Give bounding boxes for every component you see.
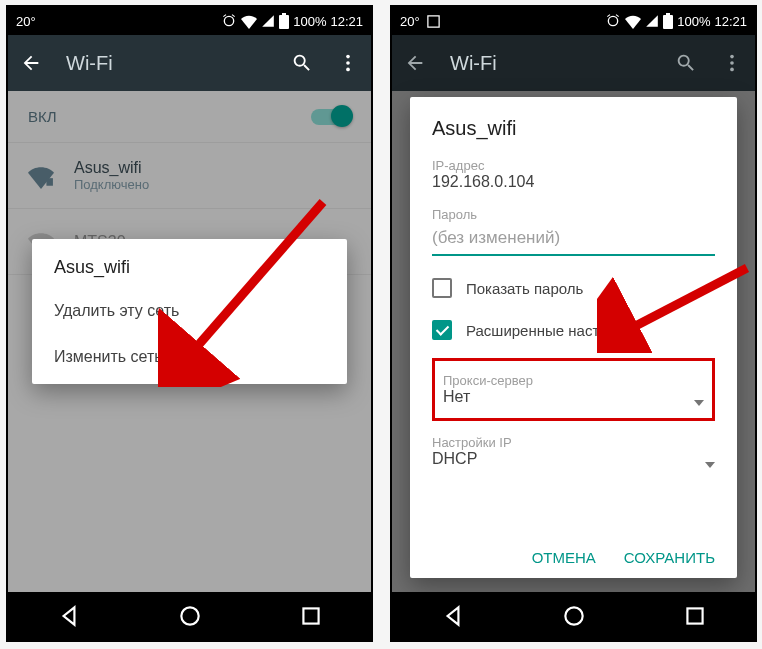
- proxy-highlight-box: Прокси-сервер Нет: [432, 358, 715, 421]
- password-input[interactable]: [432, 222, 715, 256]
- svg-point-13: [730, 61, 734, 65]
- svg-point-4: [346, 68, 350, 72]
- proxy-label: Прокси-сервер: [443, 373, 533, 388]
- nav-recent-icon[interactable]: [298, 603, 324, 629]
- show-password-row[interactable]: Показать пароль: [432, 278, 715, 298]
- svg-point-2: [346, 55, 350, 59]
- nav-recent-icon[interactable]: [682, 603, 708, 629]
- alarm-icon: [221, 13, 237, 29]
- nav-back-icon[interactable]: [440, 603, 466, 629]
- cancel-button[interactable]: ОТМЕНА: [532, 549, 596, 566]
- ip-settings-label: Настройки IP: [432, 435, 512, 450]
- screenshot-icon: [426, 14, 441, 29]
- svg-rect-16: [687, 608, 702, 623]
- svg-rect-11: [666, 13, 670, 15]
- chevron-down-icon: [694, 400, 704, 406]
- status-bar: 20° 100% 12:21: [8, 7, 371, 35]
- nav-bar: [8, 592, 371, 640]
- svg-point-12: [730, 55, 734, 59]
- nav-home-icon[interactable]: [177, 603, 203, 629]
- proxy-value: Нет: [443, 388, 533, 406]
- search-icon[interactable]: [675, 52, 697, 74]
- more-icon[interactable]: [721, 52, 743, 74]
- ip-address-label: IP-адрес: [432, 158, 715, 173]
- context-menu-title: Asus_wifi: [32, 257, 347, 288]
- status-battery-pct: 100%: [293, 14, 326, 29]
- svg-rect-9: [428, 15, 439, 26]
- app-bar: Wi-Fi: [8, 35, 371, 91]
- more-icon[interactable]: [337, 52, 359, 74]
- battery-icon: [663, 13, 673, 29]
- svg-rect-0: [279, 15, 289, 29]
- wifi-status-icon: [241, 13, 257, 29]
- battery-icon: [279, 13, 289, 29]
- save-button[interactable]: СОХРАНИТЬ: [624, 549, 715, 566]
- network-context-menu: Asus_wifi Удалить эту сеть Изменить сеть: [32, 239, 347, 384]
- advanced-label: Расширенные настройки: [466, 322, 639, 339]
- back-icon[interactable]: [20, 52, 42, 74]
- ip-settings-value: DHCP: [432, 450, 512, 468]
- status-temperature: 20°: [16, 14, 36, 29]
- svg-rect-10: [663, 15, 673, 29]
- proxy-dropdown[interactable]: Прокси-сервер Нет: [443, 373, 704, 410]
- page-title: Wi-Fi: [450, 52, 651, 75]
- show-password-label: Показать пароль: [466, 280, 583, 297]
- status-battery-pct: 100%: [677, 14, 710, 29]
- svg-point-6: [181, 607, 198, 624]
- forget-network-item[interactable]: Удалить эту сеть: [32, 288, 347, 334]
- nav-bar: [392, 592, 755, 640]
- alarm-icon: [605, 13, 621, 29]
- svg-rect-1: [282, 13, 286, 15]
- app-bar: Wi-Fi: [392, 35, 755, 91]
- password-label: Пароль: [432, 207, 715, 222]
- svg-point-15: [565, 607, 582, 624]
- nav-back-icon[interactable]: [56, 603, 82, 629]
- ip-settings-dropdown[interactable]: Настройки IP DHCP: [432, 435, 715, 472]
- svg-point-3: [346, 61, 350, 65]
- back-icon[interactable]: [404, 52, 426, 74]
- show-password-checkbox[interactable]: [432, 278, 452, 298]
- search-icon[interactable]: [291, 52, 313, 74]
- phone-screenshot-right: 20° 100% 12:21 Wi-Fi Asus_wifi IP-адрес …: [390, 5, 757, 642]
- phone-screenshot-left: 20° 100% 12:21 Wi-Fi ВКЛ Asus_wifi Подкл…: [6, 5, 373, 642]
- ip-address-value: 192.168.0.104: [432, 173, 715, 191]
- signal-icon: [261, 14, 275, 28]
- svg-rect-7: [303, 608, 318, 623]
- nav-home-icon[interactable]: [561, 603, 587, 629]
- status-temperature: 20°: [400, 14, 420, 29]
- wifi-status-icon: [625, 13, 641, 29]
- dialog-actions: ОТМЕНА СОХРАНИТЬ: [432, 535, 715, 566]
- status-time: 12:21: [330, 14, 363, 29]
- status-time: 12:21: [714, 14, 747, 29]
- page-title: Wi-Fi: [66, 52, 267, 75]
- signal-icon: [645, 14, 659, 28]
- status-bar: 20° 100% 12:21: [392, 7, 755, 35]
- svg-point-14: [730, 68, 734, 72]
- network-config-dialog: Asus_wifi IP-адрес 192.168.0.104 Пароль …: [410, 97, 737, 578]
- modify-network-item[interactable]: Изменить сеть: [32, 334, 347, 380]
- chevron-down-icon: [705, 462, 715, 468]
- config-title: Asus_wifi: [432, 117, 715, 140]
- advanced-row[interactable]: Расширенные настройки: [432, 320, 715, 340]
- advanced-checkbox[interactable]: [432, 320, 452, 340]
